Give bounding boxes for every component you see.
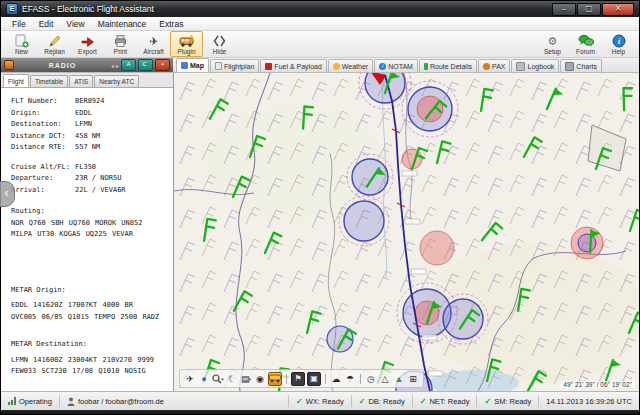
export-button[interactable]: Export xyxy=(71,31,104,57)
side-tab-nearby-atc[interactable]: Nearby ATC xyxy=(94,75,139,87)
tab-logbook[interactable]: Logbook xyxy=(511,59,559,72)
radio-stop-button[interactable]: ▪ xyxy=(155,59,170,71)
origin-row: Origin:EDDL xyxy=(11,108,167,120)
sun-icon xyxy=(333,63,340,70)
divider xyxy=(325,374,326,384)
cruise-alt-row: Cruise Alt/FL:FL350 xyxy=(11,162,167,174)
mid-bar: RADIO ◂ ▸ A C▾ ▪ Map Flightplan Fuel & P… xyxy=(1,58,639,73)
precipitation-layer-icon[interactable]: ☂ xyxy=(344,373,356,385)
map-toolbar: ✈ ● ▾ ☾ ▤▾ ◉ ⚑ ▣ ☁ ☂ ◷ △ ▲ ⊞ xyxy=(179,369,424,388)
radio-channel-c-button[interactable]: C▾ xyxy=(138,59,153,71)
metar-origin-text: EDDL 141620Z 17007KT 4000 BR OVC005 06/0… xyxy=(11,300,163,323)
chevron-down-icon: ▾ xyxy=(221,376,224,382)
title-bar[interactable]: E EFASS - Electronic Flight Assistant – … xyxy=(1,1,639,17)
check-icon: ✓ xyxy=(484,397,491,406)
tab-route-details[interactable]: Route Details xyxy=(419,59,477,72)
new-button[interactable]: New xyxy=(5,31,38,57)
status-bar: Operating foobar / foobar@froom.de ✓WX: … xyxy=(1,391,639,410)
clock-display: 14.11.2013 16:39:26 UTC xyxy=(538,395,639,407)
fuel-icon xyxy=(265,63,272,70)
gear-icon: ⚙ xyxy=(548,34,558,48)
db-status: ✓DB: Ready xyxy=(351,395,412,407)
sm-status: ✓SM: Ready xyxy=(476,395,538,407)
flt-number-row: FLT Number:BER8924 xyxy=(11,96,167,108)
window-frame-edge xyxy=(1,410,639,414)
map-icon xyxy=(181,62,188,69)
tab-charts[interactable]: Charts xyxy=(560,59,602,72)
plugin-button[interactable]: Plugin xyxy=(170,31,203,57)
radio-next-icon[interactable]: ▸ xyxy=(116,62,119,69)
menu-file[interactable]: File xyxy=(6,19,32,29)
airspace-red-blue xyxy=(571,227,603,259)
locate-icon[interactable]: ● xyxy=(198,373,210,385)
close-button[interactable]: ✕ xyxy=(602,3,634,16)
map-view[interactable]: ✈ ● ▾ ☾ ▤▾ ◉ ⚑ ▣ ☁ ☂ ◷ △ ▲ ⊞ 49° 21' 39'… xyxy=(174,73,639,391)
radio-channel-a-button[interactable]: A xyxy=(121,59,136,71)
routing-label: Routing: xyxy=(11,206,167,218)
terrain-icon[interactable]: ▲ xyxy=(393,373,405,385)
person-icon xyxy=(67,397,75,406)
menu-bar: File Edit View Maintenance Extras xyxy=(1,17,639,31)
tab-pax[interactable]: PAX xyxy=(478,59,511,72)
night-mode-icon[interactable]: ☾ xyxy=(226,373,238,385)
tab-map[interactable]: Map xyxy=(176,58,209,72)
panel-collapse-button[interactable]: ‹ xyxy=(0,181,15,207)
radio-prev-icon[interactable]: ◂ xyxy=(111,62,114,69)
printer-icon xyxy=(113,34,128,48)
weather-map xyxy=(174,73,639,391)
warning-layer-icon[interactable]: △ xyxy=(379,373,391,385)
maximize-button[interactable]: ▢ xyxy=(577,3,601,16)
main-toolbar: New Replan Export Print ✈ Aircraft xyxy=(1,31,639,58)
vehicle-icon[interactable] xyxy=(268,372,282,386)
time-icon[interactable]: ◷ xyxy=(365,373,377,385)
charts-icon xyxy=(565,62,574,71)
forum-button[interactable]: Forum xyxy=(569,31,602,57)
hide-button[interactable]: Hide xyxy=(203,31,236,57)
metar-destination-label: METAR Destination: xyxy=(11,339,167,351)
side-tab-flight[interactable]: Flight xyxy=(3,74,29,87)
layers-icon[interactable]: ▤▾ xyxy=(240,373,252,385)
chevron-down-icon: ▾ xyxy=(146,61,149,67)
distance-dct-row: Distance DCT:458 NM xyxy=(11,131,167,143)
help-button[interactable]: i Help xyxy=(602,31,635,57)
logbook-icon xyxy=(516,62,525,71)
efass-window: E EFASS - Electronic Flight Assistant – … xyxy=(0,0,640,415)
grid-icon[interactable]: ⊞ xyxy=(407,373,419,385)
radio-panel-header: RADIO ◂ ▸ A C▾ ▪ xyxy=(1,58,173,72)
minimize-button[interactable]: – xyxy=(552,3,576,16)
menu-view[interactable]: View xyxy=(60,19,90,29)
flag-overlay-toggle[interactable]: ⚑ xyxy=(291,372,305,386)
app-icon: E xyxy=(6,3,18,15)
cloud-layer-icon[interactable]: ☁ xyxy=(330,373,342,385)
side-tab-atis[interactable]: ATIS xyxy=(69,75,93,87)
print-button[interactable]: Print xyxy=(104,31,137,57)
tab-weather[interactable]: Weather xyxy=(328,59,373,72)
cursor-coordinates: 49° 21' 39'' / 06° 19' 02'' xyxy=(560,381,635,388)
globe-icon[interactable]: ◉ xyxy=(254,373,266,385)
side-tab-timetable[interactable]: Timetable xyxy=(30,75,68,87)
aircraft-button[interactable]: ✈ Aircraft xyxy=(137,31,170,57)
wx-status: ✓WX: Ready xyxy=(288,395,351,407)
divider xyxy=(360,374,361,384)
notam-info-icon: i xyxy=(379,63,386,70)
zoom-icon[interactable]: ▾ xyxy=(212,373,224,385)
menu-extras[interactable]: Extras xyxy=(153,19,189,29)
metar-origin-label: METAR Origin: xyxy=(11,285,167,297)
aircraft-icon: ✈ xyxy=(149,34,158,48)
replan-button[interactable]: Replan xyxy=(38,31,71,57)
check-icon: ✓ xyxy=(359,397,366,406)
map-overlay-toggle[interactable]: ▣ xyxy=(307,372,321,386)
airplane-mode-icon[interactable]: ✈ xyxy=(184,373,196,385)
tab-fuel-payload[interactable]: Fuel & Payload xyxy=(260,59,326,72)
tab-flightplan[interactable]: Flightplan xyxy=(210,59,259,72)
flightplan-icon xyxy=(215,62,222,70)
menu-edit[interactable]: Edit xyxy=(33,19,60,29)
departure-row: Departure:23R / NOR5U xyxy=(11,173,167,185)
setup-button[interactable]: ⚙ Setup xyxy=(536,31,569,57)
tab-notam[interactable]: iNOTAM xyxy=(374,59,418,72)
radio-icon[interactable] xyxy=(4,60,14,70)
menu-maintenance[interactable]: Maintenance xyxy=(92,19,153,29)
operating-status: Operating xyxy=(1,395,60,407)
plugin-vehicle-icon xyxy=(179,34,195,48)
info-icon: i xyxy=(612,34,626,48)
